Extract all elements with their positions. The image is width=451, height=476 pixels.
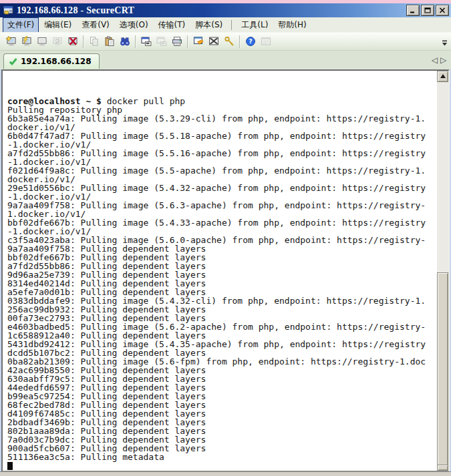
- menu-tools[interactable]: 工具(L): [237, 18, 272, 32]
- copy-icon: [89, 36, 100, 47]
- reconnect-button[interactable]: [49, 34, 65, 49]
- max-icon: [424, 7, 431, 13]
- close-button[interactable]: [436, 5, 449, 16]
- print-button[interactable]: [169, 34, 184, 49]
- separator: [83, 35, 84, 48]
- separator: [135, 35, 136, 48]
- disconnect-button[interactable]: [65, 34, 80, 49]
- help-icon: [245, 36, 256, 47]
- paste-button[interactable]: [102, 34, 117, 49]
- key-icon: [224, 36, 235, 47]
- properties-button[interactable]: [190, 34, 206, 49]
- scroll-up-button[interactable]: [437, 71, 448, 82]
- scroll-tabs-right-icon[interactable]: ▷: [439, 55, 448, 65]
- status-strip: [0, 471, 451, 476]
- tab-bar: 192.168.66.128 ◁▷: [0, 51, 451, 69]
- find-icon: [120, 36, 130, 47]
- toolbar-buttons: [3, 34, 273, 49]
- vertical-scrollbar[interactable]: [437, 71, 448, 471]
- securecrt-window: 192.168.66.128 - SecureCRT 文件(F)编辑(E)查看(…: [0, 3, 451, 476]
- overflow-icon: [442, 40, 448, 47]
- separator: [239, 35, 240, 48]
- securecrt-logo-icon[interactable]: [3, 5, 14, 16]
- menu-edit[interactable]: 编辑(E): [40, 18, 76, 32]
- app-gray-icon: [261, 36, 271, 47]
- terminal-line: 511136ea3c5a: Pulling metadata: [7, 453, 437, 461]
- terminal-cursor: [7, 462, 13, 470]
- app-window-button[interactable]: [258, 34, 273, 49]
- scroll-down-button[interactable]: [437, 465, 448, 471]
- maximize-button[interactable]: [421, 5, 434, 16]
- terminal-area[interactable]: core@localhost ~ $ docker pull php Pulli…: [1, 69, 450, 472]
- screen: { "window": { "title": "192.168.66.128 -…: [0, 0, 451, 476]
- quick-connect-icon: [21, 36, 32, 47]
- toolbar: [0, 32, 451, 51]
- window-title: 192.168.66.128 - SecureCRT: [17, 3, 406, 17]
- connect-button[interactable]: [3, 34, 19, 49]
- menu-view[interactable]: 查看(V): [78, 18, 114, 32]
- keymap-icon: [208, 36, 219, 47]
- separator: [187, 35, 188, 48]
- minimize-button[interactable]: [406, 5, 420, 16]
- menu-transfer[interactable]: 传输(T): [154, 18, 190, 32]
- terminal-output: Pulling repository php6b3a85e4a74a: Pull…: [7, 105, 437, 461]
- print-icon: [172, 36, 182, 47]
- toolbar-overflow-button[interactable]: [442, 37, 450, 46]
- clone-session-button[interactable]: [154, 34, 169, 49]
- find-button[interactable]: [117, 34, 132, 49]
- menu-script[interactable]: 脚本(S): [191, 18, 227, 32]
- disconnect-icon: [67, 36, 78, 47]
- connect-icon: [6, 36, 17, 47]
- menu-options[interactable]: 选项(O): [116, 18, 152, 32]
- security-key-button[interactable]: [221, 34, 237, 49]
- tab-scroll-arrows: ◁▷: [430, 55, 448, 65]
- session-tab-label: 192.168.66.128: [21, 57, 92, 66]
- min-icon: [410, 7, 416, 13]
- connect-in-tab-button[interactable]: [34, 34, 49, 49]
- paste-icon: [104, 36, 115, 47]
- session-window-icon: [141, 36, 152, 47]
- properties-icon: [193, 36, 204, 47]
- clone-session-icon: [156, 36, 167, 47]
- quick-connect-button[interactable]: [19, 34, 34, 49]
- close-icon: [439, 7, 446, 13]
- session-options-button[interactable]: [138, 34, 154, 49]
- terminal-text: core@localhost ~ $ docker pull php Pulli…: [3, 71, 437, 471]
- scrollbar-thumb[interactable]: [437, 272, 448, 466]
- connected-check-icon: [9, 57, 17, 65]
- session-tab[interactable]: 192.168.66.128: [3, 53, 100, 69]
- reconnect-icon: [52, 36, 63, 47]
- window-controls: [406, 5, 449, 16]
- menu-help[interactable]: 帮助(H): [274, 18, 310, 32]
- scroll-tabs-left-icon[interactable]: ◁: [430, 55, 439, 65]
- title-bar: 192.168.66.128 - SecureCRT: [0, 3, 451, 17]
- menu-bar: 文件(F)编辑(E)查看(V)选项(O)传输(T)脚本(S)工具(L)帮助(H): [0, 17, 451, 32]
- menu-file[interactable]: 文件(F): [3, 18, 38, 32]
- connect-tab-icon: [37, 36, 47, 47]
- copy-button[interactable]: [86, 34, 102, 49]
- help-button[interactable]: [243, 34, 258, 49]
- separator: [231, 20, 232, 30]
- keymap-button[interactable]: [206, 34, 221, 49]
